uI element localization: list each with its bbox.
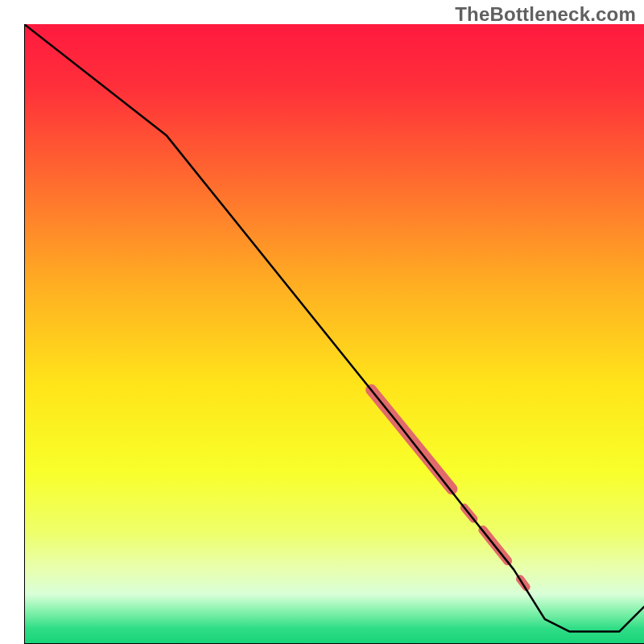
bottleneck-curve	[24, 24, 644, 632]
attribution-text: TheBottleneck.com	[455, 3, 636, 26]
chart-overlay	[24, 24, 644, 644]
chart-canvas: TheBottleneck.com	[0, 0, 644, 644]
plot-area	[24, 24, 644, 644]
